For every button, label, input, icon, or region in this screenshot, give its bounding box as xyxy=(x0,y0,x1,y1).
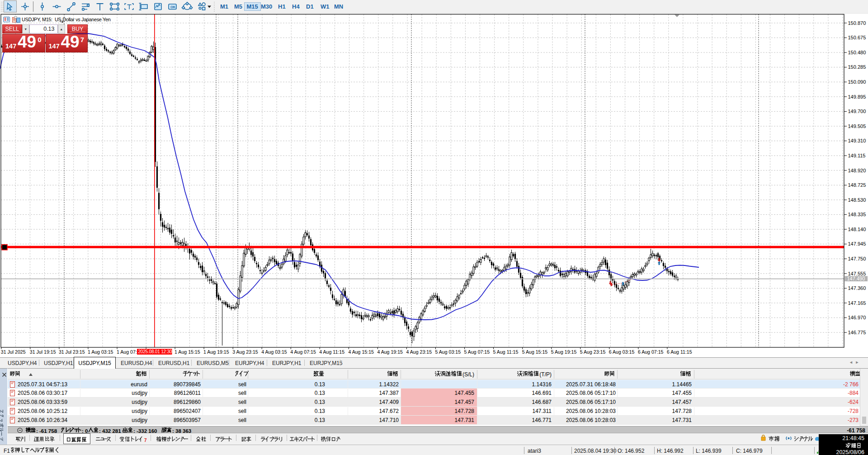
svg-text:149.895: 149.895 xyxy=(848,94,866,100)
svg-text:148.725: 148.725 xyxy=(848,182,866,188)
svg-text:1 Aug 03:15: 1 Aug 03:15 xyxy=(88,349,113,355)
svg-text:4 Aug 19:15: 4 Aug 19:15 xyxy=(377,349,403,355)
svg-text:5 Aug 23:15: 5 Aug 23:15 xyxy=(580,349,606,355)
svg-text:5 Aug 03:15: 5 Aug 03:15 xyxy=(435,349,461,355)
svg-text:5 Aug 19:15: 5 Aug 19:15 xyxy=(551,349,577,355)
svg-text:147.945: 147.945 xyxy=(848,241,866,246)
svg-text:6 Aug 07:15: 6 Aug 07:15 xyxy=(638,349,664,355)
svg-text:1 Aug 15:15: 1 Aug 15:15 xyxy=(175,349,200,355)
svg-text:31 Jul 23:15: 31 Jul 23:15 xyxy=(59,349,85,355)
svg-text:149.310: 149.310 xyxy=(848,138,866,143)
svg-text:148.920: 148.920 xyxy=(848,168,866,173)
svg-text:31 Jul 2025: 31 Jul 2025 xyxy=(1,349,26,355)
svg-text:3 Aug 23:15: 3 Aug 23:15 xyxy=(232,349,258,355)
svg-text:146.775: 146.775 xyxy=(848,330,866,335)
svg-text:150.870: 150.870 xyxy=(848,20,866,26)
svg-text:147.360: 147.360 xyxy=(848,285,866,291)
svg-text:150.480: 150.480 xyxy=(848,50,866,55)
svg-text:150.675: 150.675 xyxy=(848,35,866,40)
svg-text:148.530: 148.530 xyxy=(848,197,866,203)
svg-text:149.505: 149.505 xyxy=(848,123,866,129)
svg-text:150.285: 150.285 xyxy=(848,64,866,70)
svg-text:149.115: 149.115 xyxy=(848,153,866,158)
svg-text:4 Aug 03:15: 4 Aug 03:15 xyxy=(261,349,287,355)
svg-text:5 Aug 11:15: 5 Aug 11:15 xyxy=(493,349,519,355)
svg-text:31 Jul 19:15: 31 Jul 19:15 xyxy=(30,349,56,355)
svg-text:5 Aug 15:15: 5 Aug 15:15 xyxy=(522,349,548,355)
svg-text:4 Aug 07:15: 4 Aug 07:15 xyxy=(290,349,316,355)
svg-text:147.555: 147.555 xyxy=(848,271,866,276)
svg-text:4 Aug 15:15: 4 Aug 15:15 xyxy=(348,349,374,355)
svg-text:6 Aug 03:15: 6 Aug 03:15 xyxy=(609,349,635,355)
svg-text:2025.08.01 12:30: 2025.08.01 12:30 xyxy=(138,349,172,354)
svg-text:1 Aug 19:15: 1 Aug 19:15 xyxy=(203,349,229,355)
svg-text:4 Aug 11:15: 4 Aug 11:15 xyxy=(319,349,344,355)
svg-text:150.090: 150.090 xyxy=(848,79,866,85)
svg-text:147.490: 147.490 xyxy=(847,276,865,281)
svg-text:148.335: 148.335 xyxy=(848,212,866,217)
svg-text:4 Aug 23:15: 4 Aug 23:15 xyxy=(406,349,432,355)
svg-text:149.700: 149.700 xyxy=(848,109,866,114)
svg-text:6 Aug 11:15: 6 Aug 11:15 xyxy=(667,349,692,355)
svg-text:147.750: 147.750 xyxy=(848,256,866,261)
svg-text:5 Aug 07:15: 5 Aug 07:15 xyxy=(464,349,490,355)
svg-text:147.165: 147.165 xyxy=(848,300,866,306)
svg-text:OK: OK xyxy=(170,5,176,9)
svg-text:146.970: 146.970 xyxy=(848,315,866,320)
svg-text:148.140: 148.140 xyxy=(848,227,866,232)
